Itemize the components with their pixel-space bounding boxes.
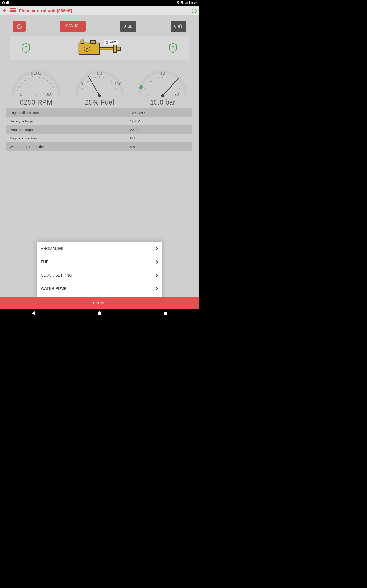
protection-shield-left-icon: P — [21, 43, 31, 53]
wifi-icon — [180, 1, 184, 5]
svg-line-44 — [81, 88, 83, 90]
svg-rect-13 — [180, 25, 181, 26]
nav-home-icon[interactable] — [97, 311, 102, 317]
svg-line-50 — [103, 77, 104, 78]
svg-text:— 0: — 0 — [15, 92, 22, 97]
svg-line-52 — [110, 81, 113, 82]
nav-recent-icon[interactable] — [164, 311, 168, 316]
sd-card-icon — [6, 1, 9, 5]
svg-text:2000: 2000 — [31, 71, 42, 76]
svg-line-62 — [149, 81, 152, 82]
svg-rect-3 — [189, 1, 190, 2]
gauges-row: 2000 — 0 4000 — 8250 RPM 50 0 — [4, 62, 195, 106]
svg-text:— 0: — 0 — [141, 92, 149, 97]
app-bar: Elcos control unit [23546] — [0, 6, 199, 16]
svg-line-30 — [23, 80, 26, 81]
chevron-right-icon — [156, 287, 158, 291]
svg-line-61 — [146, 85, 148, 86]
chevron-right-icon — [156, 260, 158, 264]
svg-line-46 — [86, 81, 89, 82]
svg-line-64 — [158, 77, 159, 78]
svg-rect-77 — [164, 312, 167, 315]
svg-line-48 — [95, 77, 96, 78]
fuel-gauge: 50 0 100 25% Fuel — [68, 62, 131, 106]
svg-text:0: 0 — [80, 82, 83, 86]
nav-back-icon[interactable] — [31, 311, 35, 317]
info-button[interactable]: 0 — [171, 21, 186, 32]
svg-line-29 — [20, 83, 23, 84]
svg-line-35 — [43, 78, 45, 78]
svg-rect-5 — [10, 8, 16, 9]
svg-rect-14 — [180, 26, 181, 27]
close-button[interactable]: CLOSE — [0, 297, 199, 309]
menu-icon[interactable] — [10, 8, 16, 14]
main-content: MANUAL 0 0 P M AUT — [0, 16, 199, 309]
svg-rect-7 — [10, 11, 16, 12]
svg-line-28 — [18, 86, 21, 88]
svg-rect-6 — [10, 10, 16, 11]
svg-text:50: 50 — [97, 71, 102, 76]
power-icon — [16, 23, 23, 30]
power-button[interactable] — [13, 21, 26, 32]
table-row: Pressure setpoint2.5 bar — [6, 125, 192, 134]
svg-text:20 —: 20 — — [174, 92, 184, 97]
table-row: Water pump ProtectionON — [6, 142, 192, 151]
protection-shield-right-icon: P — [168, 43, 177, 53]
svg-text:AUT: AUT — [110, 41, 116, 44]
chevron-right-icon — [156, 247, 158, 251]
manual-button[interactable]: MANUAL — [60, 21, 85, 32]
svg-rect-23 — [117, 47, 121, 50]
svg-line-54 — [116, 88, 118, 90]
page-title: Elcos control unit [23546] — [19, 8, 72, 13]
svg-line-60 — [144, 88, 146, 90]
svg-point-43 — [35, 95, 37, 97]
system-diagram: P M AUT P — [10, 36, 189, 60]
menu-water-pump[interactable]: WATER PUMP — [37, 282, 162, 295]
menu-fuel[interactable]: FUEL — [37, 255, 162, 269]
svg-text:M: M — [85, 47, 88, 51]
motor-pump-diagram-icon: M AUT — [74, 38, 125, 58]
svg-line-70 — [179, 88, 181, 90]
table-row: Engine oil pressure10.5 BAR — [6, 108, 192, 117]
svg-line-58 — [88, 76, 100, 96]
menu-clock-setting[interactable]: CLOCK SETTING — [37, 269, 162, 282]
back-icon[interactable] — [2, 8, 7, 14]
svg-line-66 — [166, 77, 167, 78]
svg-line-47 — [90, 79, 92, 79]
svg-line-69 — [177, 85, 179, 86]
svg-line-67 — [170, 79, 172, 79]
svg-line-36 — [47, 80, 49, 81]
table-row: Battery voltage14.8 V — [6, 117, 192, 125]
svg-point-76 — [98, 311, 101, 315]
status-time: 3:49 — [191, 1, 197, 5]
svg-text:100: 100 — [114, 82, 121, 86]
signal-icon — [185, 1, 188, 5]
android-nav-bar — [0, 309, 199, 319]
warn-count: 0 — [124, 24, 126, 29]
info-icon — [178, 24, 182, 28]
svg-point-0 — [2, 2, 5, 4]
svg-line-38 — [52, 86, 55, 88]
warning-icon — [128, 24, 132, 28]
svg-line-34 — [40, 76, 40, 78]
svg-line-39 — [54, 90, 56, 91]
data-table: Engine oil pressure10.5 BAR Battery volt… — [6, 108, 192, 151]
table-row: Engine ProtectionON — [6, 134, 192, 142]
loading-spinner-icon — [192, 8, 197, 13]
info-count: 0 — [174, 24, 176, 29]
svg-text:4000 —: 4000 — — [43, 92, 58, 97]
top-controls: MANUAL 0 0 — [4, 19, 195, 36]
warnings-button[interactable]: 0 — [120, 21, 136, 32]
svg-rect-17 — [81, 40, 84, 43]
svg-text:P: P — [25, 46, 27, 50]
rpm-gauge: 2000 — 0 4000 — 8250 RPM — [5, 62, 68, 106]
svg-line-45 — [83, 85, 85, 86]
svg-point-1 — [178, 2, 179, 3]
svg-text:P: P — [172, 46, 174, 50]
fuel-value: 25% Fuel — [85, 98, 114, 106]
svg-line-27 — [17, 90, 19, 91]
menu-anomalies[interactable]: ANOMALIES — [37, 242, 162, 255]
location-icon — [177, 1, 179, 5]
circle-icon — [2, 1, 5, 5]
android-status-bar: 3:49 — [0, 0, 199, 6]
